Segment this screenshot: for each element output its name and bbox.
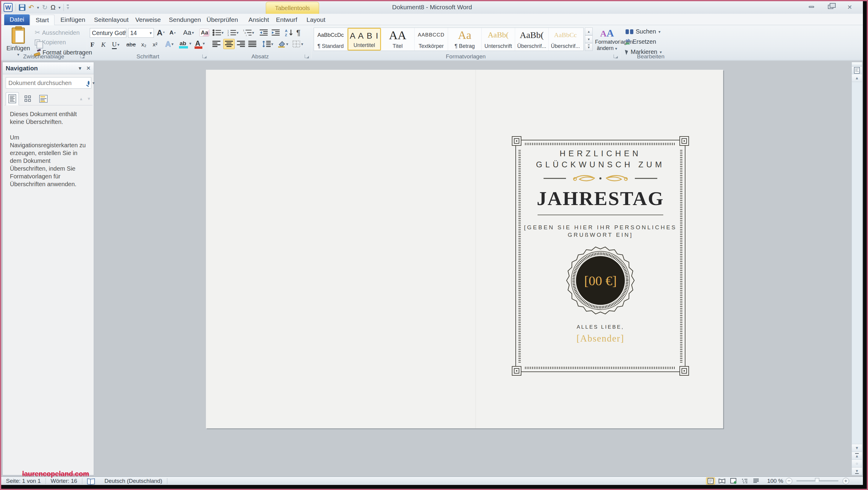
navigation-pane-dropdown-icon[interactable]: ▾ — [79, 65, 82, 71]
align-center-button[interactable] — [223, 39, 235, 49]
card-message-placeholder[interactable]: [GEBEN SIE HIER IHR PERSONLICHES GRUßWOR… — [512, 223, 689, 239]
superscript-button[interactable]: x² — [153, 39, 157, 50]
paste-button[interactable]: Einfügen ▾ — [5, 28, 31, 58]
tab-ansicht[interactable]: Ansicht — [243, 15, 275, 25]
paragraph-dialog-launcher[interactable] — [305, 55, 308, 58]
highlight-color-button[interactable]: ab▾ — [180, 38, 191, 49]
bold-button[interactable]: F — [90, 39, 94, 50]
split-handle[interactable] — [852, 62, 862, 66]
tab-einfuegen[interactable]: Einfügen — [55, 15, 91, 25]
view-print-layout-button[interactable] — [706, 478, 715, 485]
view-outline-button[interactable] — [740, 478, 749, 485]
zoom-out-button[interactable]: − — [786, 478, 792, 484]
tab-ueberpruefen[interactable]: Überprüfen — [201, 15, 243, 25]
search-options-dropdown-icon[interactable]: ▾ — [92, 81, 95, 85]
zoom-in-button[interactable]: + — [842, 478, 849, 484]
navigation-pane-close-icon[interactable]: ✕ — [86, 65, 91, 71]
style-ueberschrift-2[interactable]: AaBbCc Überschrif... — [549, 28, 582, 51]
subscript-button[interactable]: x₂ — [141, 39, 146, 50]
styles-dialog-launcher[interactable] — [614, 55, 617, 58]
card-sender-placeholder[interactable]: [Absender] — [512, 333, 689, 344]
tab-entwurf[interactable]: Entwurf — [271, 15, 303, 25]
text-effects-button[interactable]: A▾ — [165, 39, 174, 49]
bullets-button[interactable]: ▾ — [213, 28, 224, 38]
zoom-level-label[interactable]: 100 % — [767, 478, 783, 484]
chevron-down-icon[interactable]: ▾ — [150, 31, 152, 35]
view-fullscreen-reading-button[interactable] — [717, 478, 726, 485]
zoom-slider-handle[interactable] — [815, 478, 819, 483]
search-icon[interactable] — [88, 81, 90, 85]
restore-button[interactable] — [825, 4, 837, 11]
shading-button[interactable]: ▾ — [277, 39, 288, 49]
font-color-button[interactable]: A▾ — [195, 38, 205, 49]
tab-seitenlayout[interactable]: Seitenlayout — [89, 15, 134, 25]
styles-scroll-up[interactable]: ▴ — [585, 28, 593, 35]
previous-page-button[interactable]: ▲ — [852, 452, 862, 459]
nav-tab-headings[interactable] — [6, 92, 19, 105]
language-status[interactable]: Deutsch (Deutschland) — [100, 477, 167, 485]
next-page-button[interactable]: ▼ — [852, 467, 862, 475]
minimize-button[interactable] — [805, 4, 817, 11]
decrease-indent-button[interactable] — [259, 28, 268, 38]
change-styles-button[interactable]: AA Formatvorlagenändern ▾ — [595, 28, 619, 55]
view-web-layout-button[interactable] — [729, 478, 738, 485]
tab-verweise[interactable]: Verweise — [130, 15, 166, 25]
scroll-up-button[interactable]: ▲ — [852, 74, 862, 82]
nav-tab-pages[interactable] — [21, 92, 34, 105]
select-browse-object-button[interactable]: ○ — [852, 459, 862, 467]
replace-button[interactable]: abac Ersetzen — [625, 38, 656, 45]
proofing-status[interactable] — [82, 477, 100, 485]
vertical-scrollbar[interactable]: ▲ ▼ ▲ ○ ▼ — [851, 62, 862, 475]
grow-font-button[interactable]: A▴ — [157, 28, 165, 38]
style-textkoerper[interactable]: AABBCCD Textkörper — [414, 28, 448, 51]
search-input[interactable] — [8, 80, 88, 87]
justify-button[interactable] — [248, 39, 257, 49]
line-spacing-button[interactable]: ▾ — [262, 39, 273, 49]
multilevel-list-button[interactable]: 1ai▾ — [243, 28, 254, 38]
align-right-button[interactable] — [237, 39, 245, 49]
shrink-font-button[interactable]: A▾ — [169, 28, 176, 38]
align-left-button[interactable] — [212, 39, 221, 49]
styles-scroll-down[interactable]: ▾ — [585, 35, 593, 43]
change-case-button[interactable]: Aa▾ — [183, 28, 194, 38]
zoom-slider[interactable] — [797, 481, 838, 481]
sort-button[interactable]: AZ — [285, 28, 294, 38]
card-title[interactable]: JAHRESTAG — [512, 187, 689, 210]
clear-formatting-button[interactable]: Aa — [199, 28, 210, 38]
clipboard-dialog-launcher[interactable] — [80, 55, 84, 58]
font-dialog-launcher[interactable] — [202, 55, 206, 58]
strikethrough-button[interactable]: abe — [126, 39, 136, 50]
card-greeting[interactable]: HERZLICHEN GLÜCKWUNSCH ZUM — [512, 148, 689, 170]
chevron-down-icon[interactable]: ▾ — [117, 42, 119, 47]
nav-tab-results[interactable] — [37, 92, 50, 105]
scroll-down-button[interactable]: ▼ — [852, 444, 862, 452]
style-titel[interactable]: AA Titel — [381, 28, 414, 51]
view-draft-button[interactable] — [751, 478, 761, 485]
tab-layout[interactable]: Layout — [301, 15, 331, 25]
font-family-combo[interactable]: Century Goth▾ — [90, 28, 126, 38]
increase-indent-button[interactable] — [271, 28, 280, 38]
close-button[interactable]: ✕ — [844, 4, 856, 11]
numbering-button[interactable]: 123▾ — [227, 28, 239, 38]
tab-sendungen[interactable]: Sendungen — [163, 15, 206, 25]
next-heading-icon[interactable]: ▾ — [88, 96, 90, 101]
document-search-box[interactable]: ▾ — [6, 77, 91, 89]
font-size-combo[interactable]: 14▾ — [128, 28, 154, 38]
borders-button[interactable]: ▾ — [292, 39, 303, 49]
tab-start[interactable]: Start — [30, 15, 55, 25]
style-betrag[interactable]: Aa ¶ Betrag — [448, 28, 482, 51]
document-page[interactable]: HERZLICHEN GLÜCKWUNSCH ZUM — [206, 70, 723, 428]
ruler-toggle-button[interactable] — [852, 66, 862, 74]
style-untertitel[interactable]: A A B I Untertitel — [347, 28, 381, 51]
styles-gallery-more[interactable]: ▾ — [585, 43, 593, 51]
page-count-status[interactable]: Seite: 1 von 1 — [1, 477, 45, 485]
card-closing[interactable]: ALLES LIEBE, — [512, 324, 689, 330]
show-paragraph-marks-button[interactable]: ¶ — [296, 28, 301, 38]
style-ueberschrift-1[interactable]: AaBb( Überschrif... — [515, 28, 549, 51]
italic-button[interactable]: K — [101, 39, 106, 50]
style-standard[interactable]: AaBbCcDc ¶ Standard — [314, 28, 347, 51]
underline-button[interactable]: U▾ — [112, 39, 119, 50]
tab-datei[interactable]: Datei — [4, 14, 30, 25]
previous-heading-icon[interactable]: ▴ — [80, 96, 82, 101]
amount-badge[interactable]: [00 €] — [512, 245, 689, 317]
